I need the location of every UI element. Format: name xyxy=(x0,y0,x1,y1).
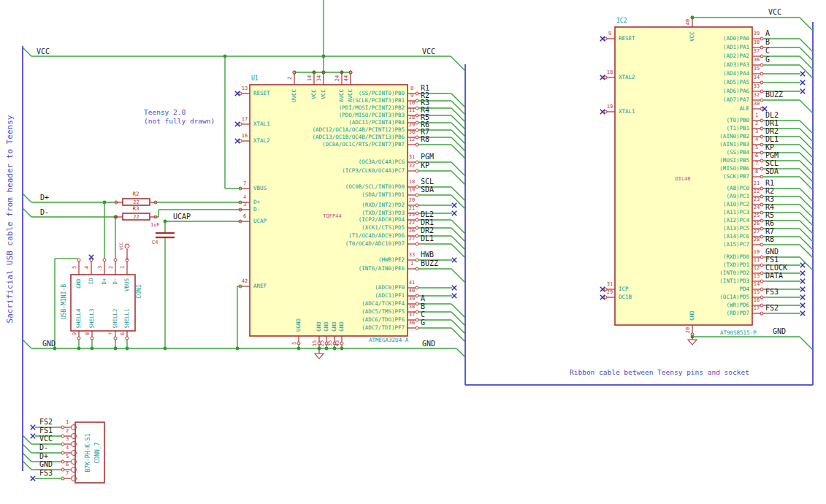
net-label[interactable]: C xyxy=(421,311,425,318)
net-label[interactable]: DL2 xyxy=(765,112,779,119)
net-label[interactable]: GND xyxy=(39,461,53,468)
net-label[interactable]: GND xyxy=(422,340,435,348)
pin-name: (PDI/MOSI/PCINT2)PB2 xyxy=(339,105,405,111)
net-label[interactable]: FS1 xyxy=(765,256,779,264)
net-label[interactable]: FS3 xyxy=(39,470,53,477)
pin-number: 16 xyxy=(754,298,760,303)
net-label[interactable]: SCL xyxy=(765,160,779,167)
net-label[interactable]: DR1 xyxy=(421,219,434,226)
net-label[interactable]: GND xyxy=(765,248,779,256)
pin-number: 3 xyxy=(98,266,103,269)
conn7-ref: CONN_7 xyxy=(95,443,101,464)
net-label[interactable]: D- xyxy=(39,444,48,451)
pin-number: 17 xyxy=(754,306,760,311)
wire xyxy=(800,196,813,210)
pin-number: 29 xyxy=(607,290,613,295)
pin-end-circle xyxy=(760,127,763,130)
pin-end-circle xyxy=(760,243,763,246)
pin-end-circle xyxy=(416,143,418,146)
net-label[interactable]: R2 xyxy=(765,188,774,195)
wire xyxy=(800,100,813,113)
net-label[interactable]: DL1 xyxy=(421,235,434,243)
pin-number: 29 xyxy=(409,123,415,128)
net-label[interactable]: D+ xyxy=(40,194,49,202)
wire xyxy=(23,461,31,470)
net-label[interactable]: R7 xyxy=(765,228,774,235)
pin-number: 9 xyxy=(410,93,413,99)
pin-number: 7 xyxy=(755,161,758,167)
net-label[interactable]: FS2 xyxy=(39,419,53,426)
net-label[interactable]: DR1 xyxy=(765,120,779,127)
net-label[interactable]: VCC xyxy=(37,48,50,56)
wire xyxy=(451,187,465,201)
net-label[interactable]: DR2 xyxy=(765,128,779,135)
pin-end-circle xyxy=(760,288,763,291)
wire xyxy=(451,108,465,122)
net-label[interactable]: R6 xyxy=(765,220,774,227)
net-label[interactable]: A xyxy=(765,30,770,37)
pin-name: (MOSI)PB5 xyxy=(719,158,749,164)
net-label[interactable]: KP xyxy=(421,162,429,169)
net-label[interactable]: C xyxy=(765,47,770,55)
net-label[interactable]: GND xyxy=(773,328,786,335)
net-label[interactable]: VCC xyxy=(422,48,435,56)
wire xyxy=(800,237,813,250)
net-label[interactable]: DR2 xyxy=(421,227,434,234)
net-label[interactable]: FS2 xyxy=(765,305,779,312)
pin-end-circle xyxy=(416,136,418,139)
net-label[interactable]: VCC xyxy=(768,9,781,16)
net-label[interactable]: A xyxy=(421,295,425,302)
pin-name: RESET xyxy=(253,91,270,96)
net-label[interactable]: R1 xyxy=(765,180,774,187)
net-label[interactable]: B xyxy=(765,39,770,46)
net-label[interactable]: UCAP xyxy=(173,213,191,221)
net-label[interactable]: BUZZ xyxy=(765,91,783,99)
net-label[interactable]: DL1 xyxy=(765,136,779,143)
net-label[interactable]: R4 xyxy=(765,204,774,211)
net-label[interactable]: DATA xyxy=(765,272,783,280)
pin-end-circle xyxy=(760,219,763,222)
pin-name: D+ xyxy=(253,199,260,205)
net-label[interactable]: PGM xyxy=(765,152,779,159)
net-label[interactable]: G xyxy=(421,319,425,327)
net-label[interactable]: FS3 xyxy=(765,289,779,296)
net-label[interactable]: FS1 xyxy=(39,427,53,435)
no-connect-x-icon xyxy=(800,72,805,76)
pin-name: (T0)PB0 xyxy=(726,118,749,123)
net-label[interactable]: D+ xyxy=(39,453,48,460)
pin-number: 11 xyxy=(754,258,760,263)
junction-dot xyxy=(333,347,337,351)
net-label[interactable]: DL2 xyxy=(421,211,434,218)
net-label[interactable]: SCL xyxy=(421,178,434,186)
pin-end-circle xyxy=(760,203,763,206)
net-label[interactable]: D- xyxy=(40,209,49,216)
net-label[interactable]: R8 xyxy=(765,236,774,243)
net-label[interactable]: PGM xyxy=(421,153,434,161)
net-label[interactable]: SDA xyxy=(421,186,434,194)
pin-name: (AD5)PA5 xyxy=(723,80,749,85)
pin-end-circle xyxy=(61,477,64,480)
pin-name: (AD0)PA0 xyxy=(723,36,749,42)
net-label[interactable]: VCC xyxy=(39,435,53,443)
wire xyxy=(451,137,465,151)
pin-number: 7 xyxy=(66,471,69,476)
net-label[interactable]: R5 xyxy=(765,212,774,219)
net-label[interactable]: G xyxy=(765,56,770,64)
pin-end-circle xyxy=(126,337,129,340)
pin-number: 34 xyxy=(754,75,760,80)
net-label[interactable]: R8 xyxy=(421,136,429,143)
net-label[interactable]: R3 xyxy=(765,196,774,203)
net-label[interactable]: CLOCK xyxy=(765,264,787,272)
pin-name: (RXD)PD0 xyxy=(723,254,749,260)
net-label[interactable]: GND xyxy=(42,340,56,348)
pin-end-circle xyxy=(416,243,418,245)
net-label[interactable]: KP xyxy=(765,144,774,151)
net-label[interactable]: B xyxy=(421,303,425,310)
pin-number: 44 xyxy=(344,75,349,81)
no-connect-x-icon xyxy=(31,425,35,429)
net-label[interactable]: SDA xyxy=(765,168,779,175)
net-label[interactable]: BUZZ xyxy=(421,260,438,267)
no-connect-x-icon xyxy=(800,303,805,308)
pin-number: 31 xyxy=(607,282,613,287)
net-label[interactable]: HWB xyxy=(421,251,434,259)
